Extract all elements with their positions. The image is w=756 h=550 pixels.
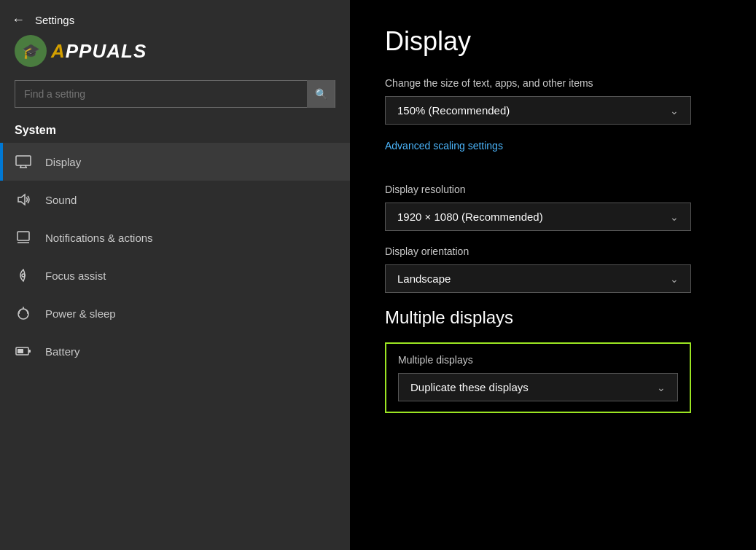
sidebar-item-sound-label: Sound <box>45 194 77 206</box>
multiple-displays-box-label: Multiple displays <box>398 354 678 366</box>
sidebar-header: ← Settings <box>0 0 350 35</box>
orientation-dropdown[interactable]: Landscape ⌄ <box>385 264 691 293</box>
brand-name: APPUALS <box>51 40 147 63</box>
settings-title: Settings <box>35 14 74 26</box>
resolution-label: Display resolution <box>385 184 721 195</box>
resolution-section: Display resolution 1920 × 1080 (Recommen… <box>385 184 721 231</box>
orientation-chevron-icon: ⌄ <box>670 273 679 285</box>
sidebar-item-display-label: Display <box>45 156 81 168</box>
sidebar-item-sound[interactable]: Sound <box>0 181 350 219</box>
sound-icon <box>15 191 32 208</box>
resolution-value: 1920 × 1080 (Recommended) <box>397 211 543 223</box>
brand-icon: 🎓 <box>15 35 47 67</box>
orientation-value: Landscape <box>397 272 451 285</box>
advanced-scaling-link-wrapper: Advanced scaling settings <box>385 139 721 169</box>
svg-rect-11 <box>28 350 31 353</box>
multiple-displays-value: Duplicate these displays <box>410 381 529 393</box>
sidebar-item-focus-assist-label: Focus assist <box>45 270 106 282</box>
scale-label: Change the size of text, apps, and other… <box>385 77 721 89</box>
resolution-chevron-icon: ⌄ <box>670 211 679 223</box>
back-button[interactable]: ← <box>12 13 25 26</box>
search-box: 🔍 <box>15 80 335 108</box>
scale-dropdown[interactable]: 150% (Recommended) ⌄ <box>385 96 691 125</box>
multiple-displays-section: Multiple displays Multiple displays Dupl… <box>385 307 721 413</box>
page-title: Display <box>385 26 721 57</box>
sidebar-item-notifications[interactable]: Notifications & actions <box>0 219 350 256</box>
svg-marker-4 <box>18 195 25 205</box>
multiple-displays-box: Multiple displays Duplicate these displa… <box>385 342 691 413</box>
orientation-section: Display orientation Landscape ⌄ <box>385 245 721 293</box>
multiple-displays-chevron-icon: ⌄ <box>657 382 666 393</box>
sidebar: ← Settings 🎓 APPUALS 🔍 System Display <box>0 0 350 550</box>
orientation-label: Display orientation <box>385 245 721 257</box>
brand-logo: 🎓 APPUALS <box>0 35 350 77</box>
sidebar-item-display[interactable]: Display <box>0 143 350 181</box>
search-input[interactable] <box>15 88 307 100</box>
scale-value: 150% (Recommended) <box>397 104 510 117</box>
power-icon <box>15 305 32 322</box>
search-icon: 🔍 <box>315 88 327 100</box>
sidebar-item-power-sleep[interactable]: Power & sleep <box>0 294 350 332</box>
system-label: System <box>0 119 350 143</box>
svg-rect-5 <box>17 232 29 240</box>
sidebar-item-power-sleep-label: Power & sleep <box>45 307 116 320</box>
sidebar-item-focus-assist[interactable]: Focus assist <box>0 256 350 294</box>
scale-chevron-icon: ⌄ <box>670 105 679 117</box>
display-icon <box>15 153 32 170</box>
advanced-scaling-link[interactable]: Advanced scaling settings <box>385 140 503 152</box>
svg-point-7 <box>22 274 25 277</box>
sidebar-item-notifications-label: Notifications & actions <box>45 232 153 244</box>
multiple-displays-dropdown[interactable]: Duplicate these displays ⌄ <box>398 373 678 401</box>
notifications-icon <box>15 229 32 246</box>
resolution-dropdown[interactable]: 1920 × 1080 (Recommended) ⌄ <box>385 203 691 231</box>
battery-icon <box>15 342 32 360</box>
sidebar-item-battery[interactable]: Battery <box>0 332 350 370</box>
svg-rect-0 <box>16 156 31 165</box>
sidebar-item-battery-label: Battery <box>45 345 80 358</box>
multiple-displays-title: Multiple displays <box>385 307 721 328</box>
scale-section: Change the size of text, apps, and other… <box>385 77 721 125</box>
svg-rect-12 <box>17 349 23 353</box>
main-content: Display Change the size of text, apps, a… <box>350 0 756 550</box>
focus-assist-icon <box>15 267 32 284</box>
search-button[interactable]: 🔍 <box>307 80 335 108</box>
